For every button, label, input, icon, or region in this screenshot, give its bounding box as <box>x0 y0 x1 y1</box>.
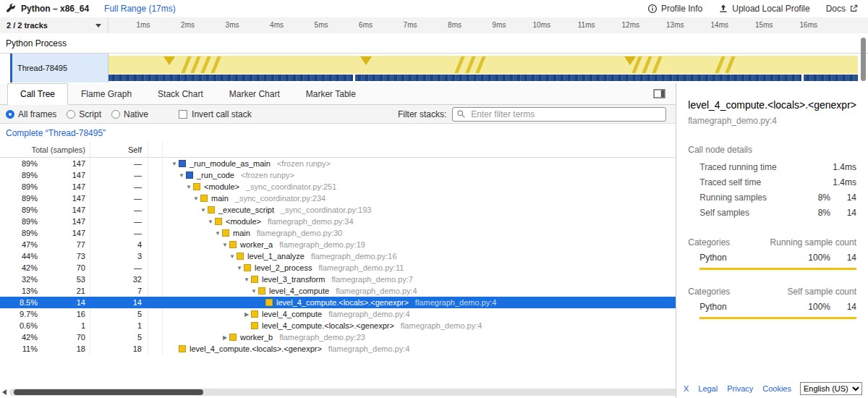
column-header-self[interactable]: Self <box>90 142 148 157</box>
function-name: level_4_compute.<locals>.<genexpr> <box>190 344 322 353</box>
expand-icon[interactable]: ▶ <box>242 311 251 318</box>
detail-row: Self samples8%14 <box>688 206 856 221</box>
marker-stripe[interactable] <box>181 56 191 73</box>
tab-flame-graph[interactable]: Flame Graph <box>68 83 145 104</box>
tree-row[interactable]: 11%1818level_4_compute.<locals>.<genexpr… <box>0 343 676 355</box>
collapse-icon[interactable]: ▼ <box>206 219 215 225</box>
sample-graph[interactable] <box>109 75 858 81</box>
self-samples: 5 <box>90 308 148 320</box>
marker-stripe[interactable] <box>652 56 662 73</box>
language-select[interactable]: English (US) <box>800 382 862 395</box>
expand-icon[interactable]: ▶ <box>221 334 229 341</box>
collapse-icon[interactable]: ▼ <box>213 230 222 237</box>
process-track-header[interactable]: Python Process <box>0 33 868 54</box>
tree-row[interactable]: 89%147—▼_run_code<frozen runpy> <box>0 169 676 181</box>
tree-row[interactable]: 89%147—▼_run_module_as_main<frozen runpy… <box>0 158 676 169</box>
docs-link[interactable]: Docs <box>826 4 859 14</box>
thread-track-header[interactable]: Thread-78495 <box>0 54 109 82</box>
tab-stack-chart[interactable]: Stack Chart <box>145 83 216 104</box>
tree-row[interactable]: 8.5%1414level_4_compute.<locals>.<genexp… <box>0 297 676 308</box>
tree-row[interactable]: 32%5332▼level_3_transformflamegraph_demo… <box>0 274 676 285</box>
collapse-icon[interactable]: ▼ <box>192 195 200 202</box>
radio-all-frames[interactable]: All frames <box>6 109 56 119</box>
tracks-dropdown[interactable]: 2 / 2 tracks <box>0 17 109 33</box>
top-bar-right: Profile Info Upload Local Profile Docs <box>647 4 868 14</box>
tab-marker-table[interactable]: Marker Table <box>293 83 369 104</box>
tree-row[interactable]: 89%147—▼<module>_sync_coordinator.py:251 <box>0 181 676 192</box>
marker-stripe[interactable] <box>475 56 485 73</box>
time-tick-label: 1ms <box>107 21 150 29</box>
scrollbar-track[interactable] <box>9 389 682 396</box>
marker-stripe[interactable] <box>725 56 735 73</box>
collapse-icon[interactable]: ▼ <box>250 288 258 295</box>
breadcrumb-complete-thread[interactable]: Complete “Thread-78495” <box>6 128 106 138</box>
radio-native[interactable]: Native <box>111 109 148 119</box>
marker-stripe[interactable] <box>465 56 475 73</box>
vertical-scrollbar-thumb[interactable] <box>861 38 866 81</box>
caret-down-icon <box>95 24 101 27</box>
file-location: flamegraph_demo.py:11 <box>319 263 404 272</box>
scrollbar-thumb[interactable] <box>14 389 203 395</box>
marker-stripe[interactable] <box>715 56 725 73</box>
collapse-icon[interactable]: ▼ <box>177 172 186 179</box>
tree-row[interactable]: 89%147—▼main_sync_coordinator.py:234 <box>0 192 676 204</box>
marker-band[interactable] <box>109 56 858 74</box>
tree-row[interactable]: 89%147—▼mainflamegraph_demo.py:30 <box>0 227 676 239</box>
full-range-link[interactable]: Full Range (17ms) <box>104 4 176 14</box>
marker-stripe[interactable] <box>190 56 200 73</box>
collapse-icon[interactable]: ▼ <box>199 207 208 213</box>
total-samples: 70 <box>38 333 90 342</box>
filter-stacks-input[interactable] <box>469 109 662 120</box>
tab-call-tree[interactable]: Call Tree <box>7 83 68 105</box>
marker-stripe[interactable] <box>210 56 221 73</box>
function-name: _run_module_as_main <box>190 159 271 168</box>
tree-row[interactable]: 89%147—▼_execute_script_sync_coordinator… <box>0 204 676 216</box>
categories-heading: CategoriesRunning sample count <box>688 237 856 247</box>
column-header-total[interactable]: Total (samples) <box>0 142 90 157</box>
file-location: _sync_coordinator.py:234 <box>235 194 326 203</box>
marker-stripe[interactable] <box>200 56 210 73</box>
collapse-icon[interactable]: ▼ <box>235 265 244 271</box>
collapse-icon[interactable]: ▼ <box>184 184 193 190</box>
collapse-icon[interactable]: ▼ <box>242 276 251 283</box>
collapse-icon[interactable]: ▼ <box>221 242 229 248</box>
function-name: _run_code <box>197 171 234 179</box>
marker-triangle-icon[interactable] <box>163 56 175 65</box>
footer-link-x[interactable]: X <box>684 384 689 393</box>
tree-row[interactable]: 89%147—▼<module>flamegraph_demo.py:34 <box>0 216 676 227</box>
scroll-left-icon[interactable] <box>2 389 7 395</box>
radio-script[interactable]: Script <box>67 109 101 119</box>
marker-stripe[interactable] <box>454 56 464 73</box>
tree-row[interactable]: 42%70—▼level_2_processflamegraph_demo.py… <box>0 262 676 274</box>
tab-marker-chart[interactable]: Marker Chart <box>216 83 293 104</box>
thread-track-canvas[interactable] <box>109 54 868 82</box>
tree-row[interactable]: 0.6%11level_4_compute.<locals>.<genexpr>… <box>0 320 676 331</box>
profile-title[interactable]: Python – x86_64 <box>21 4 89 14</box>
sidebar-toggle-icon[interactable] <box>653 89 665 98</box>
footer-link-privacy[interactable]: Privacy <box>727 384 753 393</box>
radio-label: Native <box>124 109 148 119</box>
category-color-icon <box>222 229 229 237</box>
invert-call-stack-label: Invert call stack <box>192 109 252 119</box>
category-color-icon <box>258 287 265 295</box>
sidebar: level_4_compute.<locals>.<genexpr> flame… <box>676 83 868 398</box>
tree-row[interactable]: 42%705▶worker_bflamegraph_demo.py:23 <box>0 331 676 343</box>
tree-row[interactable]: 9.7%165▶level_4_computeflamegraph_demo.p… <box>0 308 676 320</box>
invert-call-stack-checkbox[interactable]: Invert call stack <box>179 109 252 119</box>
total-samples: 147 <box>38 206 90 214</box>
marker-triangle-icon[interactable] <box>624 56 636 65</box>
collapse-icon[interactable]: ▼ <box>228 253 237 260</box>
category-color-icon <box>229 334 237 341</box>
tree-row[interactable]: 44%733▼level_1_analyzeflamegraph_demo.py… <box>0 250 676 262</box>
collapse-icon[interactable]: ▼ <box>170 161 179 167</box>
detail-percent: 8% <box>796 192 830 203</box>
call-node-details: Traced running time1.4msTraced self time… <box>688 160 856 221</box>
marker-stripe[interactable] <box>642 56 652 73</box>
profile-info-button[interactable]: Profile Info <box>647 4 702 14</box>
tree-row[interactable]: 13%217▼level_4_computeflamegraph_demo.py… <box>0 285 676 297</box>
marker-triangle-icon[interactable] <box>360 56 372 65</box>
footer-link-cookies[interactable]: Cookies <box>762 384 791 393</box>
footer-link-legal[interactable]: Legal <box>698 384 718 393</box>
upload-profile-button[interactable]: Upload Local Profile <box>718 4 809 14</box>
tree-row[interactable]: 47%774▼worker_aflamegraph_demo.py:19 <box>0 239 676 250</box>
